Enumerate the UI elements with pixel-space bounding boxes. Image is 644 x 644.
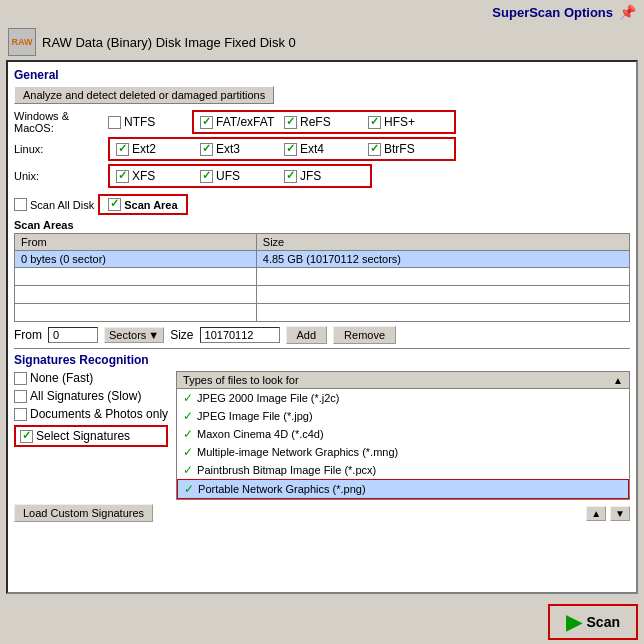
jfs-checkbox[interactable] bbox=[284, 170, 297, 183]
sig-column-header: Types of files to look for bbox=[183, 374, 299, 386]
sectors-dropdown-arrow: ▼ bbox=[148, 329, 159, 341]
size-column-header: Size bbox=[256, 234, 629, 251]
ufs-label: UFS bbox=[216, 169, 240, 183]
linux-label: Linux: bbox=[14, 143, 104, 155]
docs-photos-label: Documents & Photos only bbox=[30, 407, 168, 421]
disk-title: RAW Data (Binary) Disk Image Fixed Disk … bbox=[42, 35, 296, 50]
ext3-item: Ext3 bbox=[200, 142, 280, 156]
ext3-checkbox[interactable] bbox=[200, 143, 213, 156]
size-label: Size bbox=[170, 328, 193, 342]
scan-all-disk-label: Scan All Disk bbox=[30, 199, 94, 211]
fat-exfat-checkbox[interactable] bbox=[200, 116, 213, 129]
all-sigs-label: All Signatures (Slow) bbox=[30, 389, 141, 403]
ufs-checkbox[interactable] bbox=[200, 170, 213, 183]
sig-item-c4d[interactable]: ✓ Maxon Cinema 4D (*.c4d) bbox=[177, 425, 629, 443]
sig-label-mng: Multiple-image Network Graphics (*.mng) bbox=[197, 446, 398, 458]
scan-area-from-0: 0 bytes (0 sector) bbox=[15, 251, 257, 268]
unix-group: XFS UFS JFS bbox=[108, 164, 372, 188]
sig-options: None (Fast) All Signatures (Slow) Docume… bbox=[14, 371, 168, 500]
load-custom-sigs-button[interactable]: Load Custom Signatures bbox=[14, 504, 153, 522]
sig-check-j2c: ✓ bbox=[183, 391, 193, 405]
scan-areas-label: Scan Areas bbox=[14, 219, 630, 231]
hfsplus-label: HFS+ bbox=[384, 115, 415, 129]
scan-area-tab-button[interactable]: Scan Area bbox=[98, 194, 187, 215]
sort-arrow-icon[interactable]: ▲ bbox=[613, 375, 623, 386]
sig-list-header: Types of files to look for ▲ bbox=[176, 371, 630, 389]
fat-exfat-item: FAT/exFAT bbox=[200, 115, 280, 129]
ext2-checkbox[interactable] bbox=[116, 143, 129, 156]
refs-item: ReFS bbox=[284, 115, 364, 129]
analyze-button[interactable]: Analyze and detect deleted or damaged pa… bbox=[14, 86, 274, 104]
refs-checkbox[interactable] bbox=[284, 116, 297, 129]
hfsplus-item: HFS+ bbox=[368, 115, 448, 129]
general-label: General bbox=[14, 68, 630, 82]
size-input[interactable] bbox=[200, 327, 280, 343]
sectors-label: Sectors bbox=[109, 329, 146, 341]
scan-all-disk-tab: Scan All Disk bbox=[14, 198, 94, 211]
refs-label: ReFS bbox=[300, 115, 331, 129]
sig-check-c4d: ✓ bbox=[183, 427, 193, 441]
xfs-checkbox[interactable] bbox=[116, 170, 129, 183]
jfs-item: JFS bbox=[284, 169, 364, 183]
title-bar: SuperScan Options 📌 bbox=[0, 0, 644, 24]
scan-area-row-0[interactable]: 0 bytes (0 sector) 4.85 GB (10170112 sec… bbox=[15, 251, 630, 268]
hfsplus-checkbox[interactable] bbox=[368, 116, 381, 129]
sig-item-pcx[interactable]: ✓ Paintbrush Bitmap Image File (*.pcx) bbox=[177, 461, 629, 479]
select-sigs-label: Select Signatures bbox=[36, 429, 130, 443]
select-sigs-checkbox[interactable] bbox=[20, 430, 33, 443]
none-fast-item: None (Fast) bbox=[14, 371, 168, 385]
none-fast-label: None (Fast) bbox=[30, 371, 93, 385]
sectors-dropdown[interactable]: Sectors ▼ bbox=[104, 327, 164, 343]
sig-label-jpg: JPEG Image File (*.jpg) bbox=[197, 410, 313, 422]
disk-header: RAW RAW Data (Binary) Disk Image Fixed D… bbox=[0, 24, 644, 60]
scan-button[interactable]: ▶ Scan bbox=[548, 604, 638, 640]
sig-item-mng[interactable]: ✓ Multiple-image Network Graphics (*.mng… bbox=[177, 443, 629, 461]
ntfs-checkbox-item: NTFS bbox=[108, 115, 188, 129]
sig-check-mng: ✓ bbox=[183, 445, 193, 459]
scan-button-icon: ▶ bbox=[566, 610, 581, 634]
sig-check-jpg: ✓ bbox=[183, 409, 193, 423]
ext3-label: Ext3 bbox=[216, 142, 240, 156]
ext4-item: Ext4 bbox=[284, 142, 364, 156]
xfs-label: XFS bbox=[132, 169, 155, 183]
scan-button-label: Scan bbox=[587, 614, 620, 630]
disk-icon: RAW bbox=[8, 28, 36, 56]
xfs-item: XFS bbox=[116, 169, 196, 183]
sig-label-j2c: JPEG 2000 Image File (*.j2c) bbox=[197, 392, 339, 404]
sig-item-j2c[interactable]: ✓ JPEG 2000 Image File (*.j2c) bbox=[177, 389, 629, 407]
scroll-up-btn[interactable]: ▲ bbox=[586, 506, 606, 521]
sig-list[interactable]: ✓ JPEG 2000 Image File (*.j2c) ✓ JPEG Im… bbox=[176, 389, 630, 500]
remove-button[interactable]: Remove bbox=[333, 326, 396, 344]
docs-photos-checkbox[interactable] bbox=[14, 408, 27, 421]
unix-row: Unix: XFS UFS JFS bbox=[14, 164, 630, 188]
sig-item-png[interactable]: ✓ Portable Network Graphics (*.png) bbox=[177, 479, 629, 499]
pin-icon: 📌 bbox=[619, 4, 636, 20]
sig-item-jpg[interactable]: ✓ JPEG Image File (*.jpg) bbox=[177, 407, 629, 425]
all-sigs-item: All Signatures (Slow) bbox=[14, 389, 168, 403]
add-button[interactable]: Add bbox=[286, 326, 328, 344]
btrfs-label: BtrFS bbox=[384, 142, 415, 156]
scan-all-disk-checkbox[interactable] bbox=[14, 198, 27, 211]
from-size-row: From Sectors ▼ Size Add Remove bbox=[14, 326, 630, 344]
btrfs-checkbox[interactable] bbox=[368, 143, 381, 156]
scan-area-size-0: 4.85 GB (10170112 sectors) bbox=[256, 251, 629, 268]
none-fast-checkbox[interactable] bbox=[14, 372, 27, 385]
scan-area-label: Scan Area bbox=[124, 199, 177, 211]
windows-macos-label: Windows & MacOS: bbox=[14, 110, 104, 134]
sig-check-pcx: ✓ bbox=[183, 463, 193, 477]
btrfs-item: BtrFS bbox=[368, 142, 448, 156]
scroll-down-btn[interactable]: ▼ bbox=[610, 506, 630, 521]
windows-macos-row: Windows & MacOS: NTFS FAT/exFAT ReFS HFS… bbox=[14, 110, 630, 134]
from-input[interactable] bbox=[48, 327, 98, 343]
unix-label: Unix: bbox=[14, 170, 104, 182]
linux-group: Ext2 Ext3 Ext4 BtrFS bbox=[108, 137, 456, 161]
scan-button-container: ▶ Scan bbox=[0, 600, 644, 644]
ntfs-label: NTFS bbox=[124, 115, 155, 129]
linux-row: Linux: Ext2 Ext3 Ext4 BtrFS bbox=[14, 137, 630, 161]
ext4-checkbox[interactable] bbox=[284, 143, 297, 156]
all-sigs-checkbox[interactable] bbox=[14, 390, 27, 403]
jfs-label: JFS bbox=[300, 169, 321, 183]
ntfs-checkbox[interactable] bbox=[108, 116, 121, 129]
title-text: SuperScan Options bbox=[492, 5, 613, 20]
scan-area-checkbox[interactable] bbox=[108, 198, 121, 211]
